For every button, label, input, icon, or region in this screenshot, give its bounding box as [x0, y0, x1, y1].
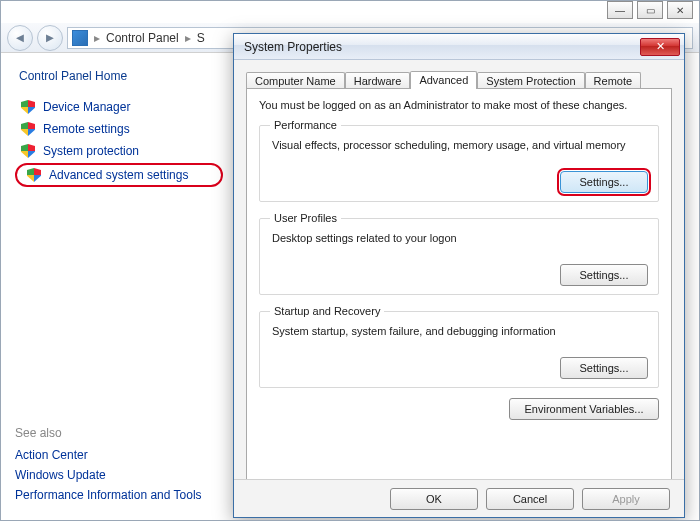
tab-computer-name[interactable]: Computer Name — [246, 72, 345, 89]
sidebar-item-label: System protection — [43, 144, 139, 158]
sidebar-item-label: Device Manager — [43, 100, 130, 114]
system-properties-dialog: System Properties ✕ Computer Name Hardwa… — [233, 33, 685, 518]
group-description: System startup, system failure, and debu… — [272, 325, 648, 337]
sidebar: Control Panel Home Device Manager Remote… — [1, 55, 233, 520]
sidebar-item-label: Remote settings — [43, 122, 130, 136]
close-button[interactable]: ✕ — [667, 1, 693, 19]
see-also-performance-info[interactable]: Performance Information and Tools — [15, 488, 223, 502]
user-profiles-settings-button[interactable]: Settings... — [560, 264, 648, 286]
environment-variables-button[interactable]: Environment Variables... — [509, 398, 659, 420]
see-also-section: See also Action Center Windows Update Pe… — [15, 426, 223, 508]
breadcrumb-root[interactable]: Control Panel — [106, 31, 179, 45]
sidebar-item-device-manager[interactable]: Device Manager — [15, 97, 223, 117]
maximize-button[interactable]: ▭ — [637, 1, 663, 19]
window-controls: — ▭ ✕ — [607, 1, 693, 19]
shield-icon — [27, 168, 41, 182]
shield-icon — [21, 144, 35, 158]
see-also-heading: See also — [15, 426, 223, 440]
breadcrumb-sep-icon: ▸ — [185, 31, 191, 45]
dialog-footer: OK Cancel Apply — [234, 479, 684, 517]
minimize-button[interactable]: — — [607, 1, 633, 19]
group-performance: Performance Visual effects, processor sc… — [259, 119, 659, 202]
group-legend: User Profiles — [270, 212, 341, 224]
tabstrip: Computer Name Hardware Advanced System P… — [246, 66, 672, 88]
cancel-button[interactable]: Cancel — [486, 488, 574, 510]
apply-button[interactable]: Apply — [582, 488, 670, 510]
see-also-action-center[interactable]: Action Center — [15, 448, 223, 462]
dialog-title: System Properties — [244, 40, 342, 54]
group-description: Desktop settings related to your logon — [272, 232, 648, 244]
tab-hardware[interactable]: Hardware — [345, 72, 411, 89]
group-legend: Performance — [270, 119, 341, 131]
shield-icon — [21, 100, 35, 114]
sidebar-item-system-protection[interactable]: System protection — [15, 141, 223, 161]
tab-system-protection[interactable]: System Protection — [477, 72, 584, 89]
control-panel-icon — [72, 30, 88, 46]
dialog-close-button[interactable]: ✕ — [640, 38, 680, 56]
breadcrumb-sep-icon: ▸ — [94, 31, 100, 45]
breadcrumb-next[interactable]: S — [197, 31, 205, 45]
nav-forward-button[interactable]: ► — [37, 25, 63, 51]
sidebar-item-remote-settings[interactable]: Remote settings — [15, 119, 223, 139]
sidebar-item-label: Advanced system settings — [49, 168, 188, 182]
tab-advanced[interactable]: Advanced — [410, 71, 477, 89]
performance-settings-button[interactable]: Settings... — [560, 171, 648, 193]
tab-panel-advanced: You must be logged on as an Administrato… — [246, 88, 672, 479]
group-user-profiles: User Profiles Desktop settings related t… — [259, 212, 659, 295]
sidebar-heading: Control Panel Home — [19, 69, 223, 83]
admin-note: You must be logged on as an Administrato… — [259, 99, 659, 111]
dialog-titlebar[interactable]: System Properties ✕ — [234, 34, 684, 60]
see-also-windows-update[interactable]: Windows Update — [15, 468, 223, 482]
dialog-body: Computer Name Hardware Advanced System P… — [234, 60, 684, 479]
nav-back-button[interactable]: ◄ — [7, 25, 33, 51]
group-legend: Startup and Recovery — [270, 305, 384, 317]
shield-icon — [21, 122, 35, 136]
sidebar-item-advanced-system-settings[interactable]: Advanced system settings — [15, 163, 223, 187]
startup-settings-button[interactable]: Settings... — [560, 357, 648, 379]
group-startup-recovery: Startup and Recovery System startup, sys… — [259, 305, 659, 388]
group-description: Visual effects, processor scheduling, me… — [272, 139, 648, 151]
tab-remote[interactable]: Remote — [585, 72, 642, 89]
ok-button[interactable]: OK — [390, 488, 478, 510]
